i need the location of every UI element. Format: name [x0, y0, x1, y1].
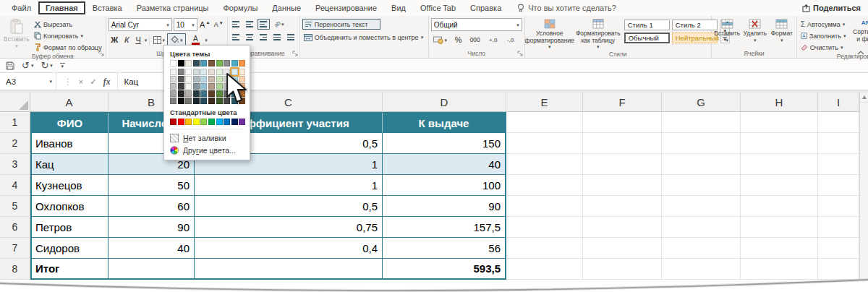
cell-E5[interactable]	[506, 196, 583, 217]
copy-button[interactable]: Копировать ▾	[33, 30, 103, 41]
cell-I2[interactable]	[818, 133, 859, 154]
theme-color-swatch-8[interactable]	[231, 60, 238, 66]
cell-G8[interactable]	[662, 259, 741, 280]
name-box[interactable]: A3 ▾	[0, 73, 56, 90]
underline-button[interactable]: Ч	[133, 33, 144, 46]
cell-H7[interactable]	[741, 238, 818, 259]
cell-G6[interactable]	[662, 217, 741, 238]
font-size-combobox[interactable]: 10▾	[174, 18, 197, 31]
tab-Главная[interactable]: Главная	[38, 1, 85, 14]
cell-D4[interactable]: 100	[383, 175, 506, 196]
row-header-8[interactable]: 8	[0, 259, 30, 280]
bold-button[interactable]: Ж	[109, 33, 121, 46]
align-center-icon[interactable]	[244, 32, 256, 43]
cell-G3[interactable]	[662, 154, 741, 175]
cell-B4[interactable]: 50	[109, 175, 195, 196]
theme-tint-swatch-r0-c4[interactable]	[200, 69, 207, 75]
more-colors-item[interactable]: Другие цвета...	[170, 144, 244, 156]
autosum-button[interactable]: Σ Автосумма ▾	[799, 19, 848, 30]
enter-button[interactable]: ✓	[90, 77, 97, 87]
theme-tint-swatch-r0-c1[interactable]	[178, 69, 184, 75]
number-format-combobox[interactable]: Общий▾	[431, 18, 522, 31]
accounting-format-button[interactable]: ▾	[431, 33, 450, 46]
grow-font-button[interactable]: А▲	[199, 18, 211, 31]
theme-color-swatch-2[interactable]	[185, 60, 192, 66]
standard-color-swatch-5[interactable]	[208, 119, 215, 125]
column-header-H[interactable]: H	[741, 93, 818, 112]
theme-tint-swatch-r1-c3[interactable]	[193, 76, 200, 82]
style-item-style2[interactable]: Стиль 2	[672, 20, 718, 30]
insert-cells-button[interactable]: Вставить ▾	[714, 17, 741, 44]
cell-H5[interactable]	[741, 196, 818, 217]
theme-tint-swatch-r3-c4[interactable]	[200, 90, 207, 97]
cell-D7[interactable]: 56	[383, 238, 506, 259]
cell-H3[interactable]	[741, 154, 818, 175]
format-as-table-button[interactable]: Форматировать как таблицу ▾	[575, 17, 621, 51]
cell-C7[interactable]: 0,4	[195, 238, 383, 259]
cell-A4[interactable]: Кузнецов	[30, 175, 109, 196]
cell-B6[interactable]: 90	[109, 217, 195, 238]
decrease-decimal-button[interactable]: -,0	[503, 33, 518, 46]
cell-G7[interactable]	[662, 238, 741, 259]
theme-tint-swatch-r0-c0[interactable]	[170, 69, 176, 75]
theme-tint-swatch-r3-c3[interactable]	[193, 90, 200, 97]
theme-color-swatch-1[interactable]	[178, 60, 184, 66]
name-box-splitter-icon[interactable]: ⋮	[64, 77, 72, 87]
align-top-icon[interactable]	[230, 19, 242, 30]
theme-tint-swatch-r4-c2[interactable]	[185, 98, 192, 104]
standard-color-swatch-1[interactable]	[178, 119, 184, 125]
cell-D8[interactable]: 593,5	[383, 259, 506, 280]
select-all-corner[interactable]	[0, 93, 30, 112]
cell-F3[interactable]	[583, 154, 662, 175]
theme-tint-swatch-r2-c3[interactable]	[193, 83, 200, 90]
cell-F5[interactable]	[583, 196, 662, 217]
column-header-G[interactable]: G	[662, 93, 741, 112]
align-right-icon[interactable]	[258, 32, 270, 43]
theme-tint-swatch-r3-c1[interactable]	[178, 90, 184, 97]
tell-me[interactable]: Что вы хотите сделать?	[517, 4, 616, 13]
cell-D2[interactable]: 150	[383, 133, 506, 154]
scroll-up-button[interactable]	[860, 93, 868, 103]
collapse-ribbon-icon[interactable]	[857, 51, 864, 55]
standard-color-swatch-3[interactable]	[193, 119, 200, 125]
tab-Файл[interactable]: Файл	[4, 1, 38, 14]
theme-color-swatch-5[interactable]	[208, 60, 215, 66]
standard-color-swatch-6[interactable]	[216, 119, 223, 125]
theme-color-swatch-9[interactable]	[239, 60, 245, 66]
cell-A1[interactable]: ФИО	[30, 112, 109, 133]
cell-I3[interactable]	[818, 154, 859, 175]
standard-color-swatch-4[interactable]	[200, 119, 207, 125]
theme-tint-swatch-r1-c1[interactable]	[178, 76, 184, 82]
wrap-text-button[interactable]: Переносить текст	[302, 19, 380, 30]
cut-button[interactable]: Вырезать	[33, 19, 103, 30]
column-header-D[interactable]: D	[383, 93, 506, 112]
redo-button[interactable]: ↻▾	[41, 60, 52, 71]
format-painter-button[interactable]: Формат по образцу	[33, 42, 103, 53]
theme-tint-swatch-r2-c6[interactable]	[216, 83, 223, 90]
cell-A5[interactable]: Охлопков	[30, 196, 109, 217]
theme-tint-swatch-r3-c2[interactable]	[185, 90, 192, 97]
paste-button[interactable]: Вставить ▾	[2, 17, 31, 50]
align-left-icon[interactable]	[230, 32, 242, 43]
column-header-E[interactable]: E	[506, 93, 583, 112]
cell-G4[interactable]	[662, 175, 741, 196]
tab-Office Tab[interactable]: Office Tab	[413, 1, 463, 14]
theme-tint-swatch-r4-c3[interactable]	[193, 98, 200, 104]
cell-D1[interactable]: К выдаче	[383, 112, 506, 133]
theme-tint-swatch-r1-c6[interactable]	[216, 76, 223, 82]
cell-F1[interactable]	[583, 112, 662, 133]
cell-F6[interactable]	[583, 217, 662, 238]
theme-tint-swatch-r0-c2[interactable]	[185, 69, 192, 75]
column-header-F[interactable]: F	[583, 93, 662, 112]
theme-tint-swatch-r2-c2[interactable]	[185, 83, 192, 90]
cell-G5[interactable]	[662, 196, 741, 217]
theme-color-swatch-4[interactable]	[200, 60, 207, 66]
cell-H1[interactable]	[741, 112, 818, 133]
number-dialog-launcher[interactable]	[517, 51, 523, 56]
cell-C5[interactable]: 0,5	[195, 196, 383, 217]
cell-F8[interactable]	[583, 259, 662, 280]
cell-B8[interactable]	[109, 259, 195, 280]
clipboard-dialog-launcher[interactable]	[98, 51, 104, 56]
tab-Формулы[interactable]: Формулы	[216, 1, 265, 14]
increase-decimal-button[interactable]: +,0	[486, 33, 501, 46]
